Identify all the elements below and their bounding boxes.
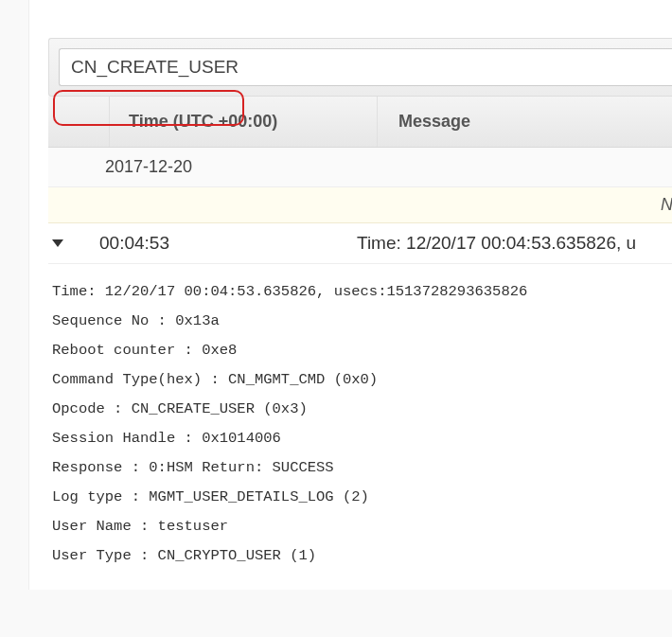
log-panel: Time (UTC +00:00) Message 2017-12-20 No … — [28, 0, 672, 590]
table-header-row: Time (UTC +00:00) Message — [48, 97, 672, 148]
log-row-message: Time: 12/20/17 00:04:53.635826, u — [336, 233, 672, 254]
expand-toggle[interactable] — [48, 239, 90, 247]
chevron-down-icon — [52, 239, 63, 247]
log-row[interactable]: 00:04:53 Time: 12/20/17 00:04:53.635826,… — [48, 223, 672, 264]
header-time[interactable]: Time (UTC +00:00) — [110, 97, 378, 147]
group-date: 2017-12-20 — [86, 148, 342, 186]
header-message[interactable]: Message — [378, 97, 672, 147]
no-older-events-text: No older eve — [661, 195, 672, 215]
log-details: Time: 12/20/17 00:04:53.635826, usecs:15… — [48, 264, 672, 590]
log-table: Time (UTC +00:00) Message 2017-12-20 No … — [48, 97, 672, 590]
search-input[interactable] — [59, 48, 672, 86]
header-expand-col — [48, 97, 110, 147]
search-bar — [48, 38, 672, 97]
no-older-events-row: No older eve — [48, 187, 672, 223]
date-group-row: 2017-12-20 — [48, 148, 672, 187]
log-row-time: 00:04:53 — [90, 233, 336, 254]
